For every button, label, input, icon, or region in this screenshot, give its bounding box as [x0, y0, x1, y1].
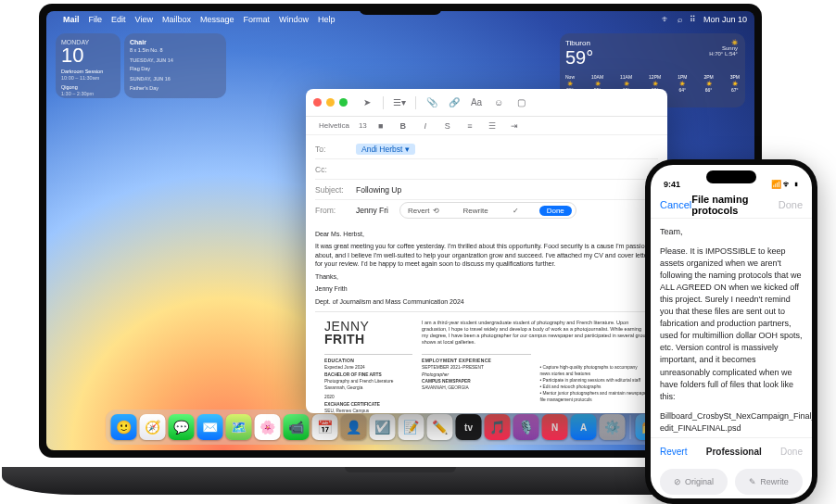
align-icon[interactable]: ≡ — [462, 118, 478, 134]
list-icon[interactable]: ☰ — [484, 118, 500, 134]
subject-field[interactable]: Following Up — [356, 185, 401, 195]
from-field[interactable]: Jenny Fri — [356, 206, 388, 215]
close-button[interactable] — [313, 98, 322, 107]
iphone-body[interactable]: Team, Please. It is IMPOSSIBLE to keep a… — [651, 219, 812, 437]
weather-hour: 3PM☀️67° — [730, 74, 740, 93]
dock-podcasts[interactable]: 🎙️ — [513, 414, 539, 440]
dock-freeform[interactable]: ✏️ — [427, 414, 453, 440]
dock-music[interactable]: 🎵 — [485, 414, 511, 440]
rewrite-button[interactable]: ✎ Rewrite — [735, 469, 803, 495]
window-traffic-lights — [313, 98, 348, 107]
mail-toolbar: ➤ ☰▾ 📎 🔗 Aa ☺ ▢ — [306, 89, 667, 117]
iphone-screen: 9:41 📶 ᯤ ▮ Cancel File naming protocols … — [651, 165, 812, 498]
reminders-widget[interactable]: Chair 8 x 1.5in No. 8 TUESDAY, JUN 14 Fl… — [124, 33, 226, 98]
done-button-disabled: Done — [779, 199, 803, 210]
cv-attachment: JENNY FRITH I am a third-year student un… — [315, 311, 658, 413]
link-icon[interactable]: 🔗 — [446, 94, 462, 111]
control-center-icon[interactable]: ⠿ — [690, 15, 696, 24]
dock: 🙂🧭💬✉️🗺️🌸📹📅👤☑️📝✏️tv🎵🎙️NA⚙️📁🗑️ — [106, 410, 696, 445]
calendar-event-2: Qigong 1:30 – 2:30pm — [61, 84, 115, 97]
cancel-button[interactable]: Cancel — [660, 199, 691, 210]
indent-icon[interactable]: ⇥ — [506, 118, 523, 134]
menu-mailbox[interactable]: Mailbox — [162, 15, 191, 24]
dock-messages[interactable]: 💬 — [169, 414, 195, 440]
strike-icon[interactable]: S — [439, 118, 456, 134]
dock-finder[interactable]: 🙂 — [111, 414, 137, 440]
revert-button[interactable]: Revert ⟲ — [404, 207, 443, 215]
spotlight-icon[interactable]: ⌕ — [678, 15, 682, 24]
writing-tools-bar: Revert ⟲ Rewrite ✓ Done — [399, 202, 576, 219]
dock-facetime[interactable]: 📹 — [284, 414, 310, 440]
dock-contacts[interactable]: 👤 — [341, 414, 367, 440]
signal-wifi-battery-icon: 📶 ᯤ ▮ — [771, 180, 799, 189]
tone-selector[interactable]: Professional — [706, 447, 762, 457]
check-icon[interactable]: ✓ — [509, 207, 523, 215]
calendar-dow: MONDAY — [61, 39, 115, 45]
weather-hour: 1PM☀️64° — [678, 74, 687, 93]
menu-file[interactable]: File — [89, 15, 103, 24]
menu-message[interactable]: Message — [200, 15, 234, 24]
dock-system-settings[interactable]: ⚙️ — [600, 414, 626, 440]
iphone-tone-toolbar: Revert Professional Done — [651, 437, 812, 465]
calendar-day: 10 — [61, 45, 115, 66]
to-recipient-pill[interactable]: Andi Herbst ▾ — [356, 144, 415, 155]
size-select[interactable]: 13 — [359, 121, 367, 130]
mail-headers: To: Andi Herbst ▾ Cc: Subject: Following… — [306, 135, 667, 224]
macbook-notch — [359, 4, 442, 15]
format-icon[interactable]: Aa — [468, 94, 485, 111]
dock-tv[interactable]: tv — [456, 414, 482, 440]
dock-maps[interactable]: 🗺️ — [226, 414, 252, 440]
font-select[interactable]: Helvetica — [319, 121, 349, 130]
photo-icon[interactable]: ▢ — [513, 94, 529, 111]
original-button[interactable]: ⊘ Original — [660, 469, 728, 495]
iphone-nav-bar: Cancel File naming protocols Done — [651, 191, 812, 219]
weather-hour: 2PM☀️66° — [703, 74, 713, 93]
dock-news[interactable]: N — [542, 414, 568, 440]
menu-format[interactable]: Format — [243, 15, 270, 24]
calendar-widget[interactable]: MONDAY 10 Darkroom Session 10:00 – 11:30… — [56, 33, 120, 98]
menu-window[interactable]: Window — [279, 15, 309, 24]
iphone-title: File naming protocols — [691, 194, 778, 216]
emoji-icon[interactable]: ☺ — [490, 94, 507, 111]
menubar-clock[interactable]: Mon Jun 10 — [703, 15, 747, 24]
mail-body[interactable]: Dear Ms. Herbst, It was great meeting yo… — [306, 224, 667, 413]
iphone-actions: ⊘ Original ✎ Rewrite — [651, 465, 812, 498]
attach-icon[interactable]: 📎 — [424, 94, 440, 111]
dock-notes[interactable]: 📝 — [399, 414, 424, 440]
send-icon[interactable]: ➤ — [359, 94, 375, 111]
dock-mail[interactable]: ✉️ — [197, 414, 223, 440]
done-button[interactable]: Done — [539, 206, 572, 216]
color-swatch[interactable]: ■ — [373, 118, 389, 134]
dock-appstore[interactable]: A — [571, 414, 597, 440]
dynamic-island — [706, 170, 756, 183]
calendar-event-1: Darkroom Session 10:00 – 11:30am — [61, 69, 115, 82]
menubar-app[interactable]: Mail — [63, 15, 80, 24]
iphone-done-button: Done — [780, 447, 803, 457]
minimize-button[interactable] — [326, 98, 335, 107]
rewrite-button[interactable]: Rewrite — [460, 207, 492, 215]
iphone-frame: 9:41 📶 ᯤ ▮ Cancel File naming protocols … — [645, 159, 817, 504]
dock-photos[interactable]: 🌸 — [255, 414, 281, 440]
mail-compose-window: ➤ ☰▾ 📎 🔗 Aa ☺ ▢ Helvetica 13 ■ B I S — [306, 89, 667, 413]
wifi-icon[interactable]: ᯤ — [662, 15, 670, 24]
menu-view[interactable]: View — [135, 15, 153, 24]
menu-help[interactable]: Help — [318, 15, 336, 24]
bold-icon[interactable]: B — [395, 118, 412, 134]
dock-calendar[interactable]: 📅 — [312, 414, 338, 440]
iphone-revert-button[interactable]: Revert — [660, 447, 687, 457]
header-fields-icon[interactable]: ☰▾ — [391, 94, 408, 111]
dock-safari[interactable]: 🧭 — [140, 414, 166, 440]
zoom-button[interactable] — [339, 98, 348, 107]
dock-reminders[interactable]: ☑️ — [370, 414, 396, 440]
italic-icon[interactable]: I — [417, 118, 434, 134]
menu-edit[interactable]: Edit — [111, 15, 126, 24]
